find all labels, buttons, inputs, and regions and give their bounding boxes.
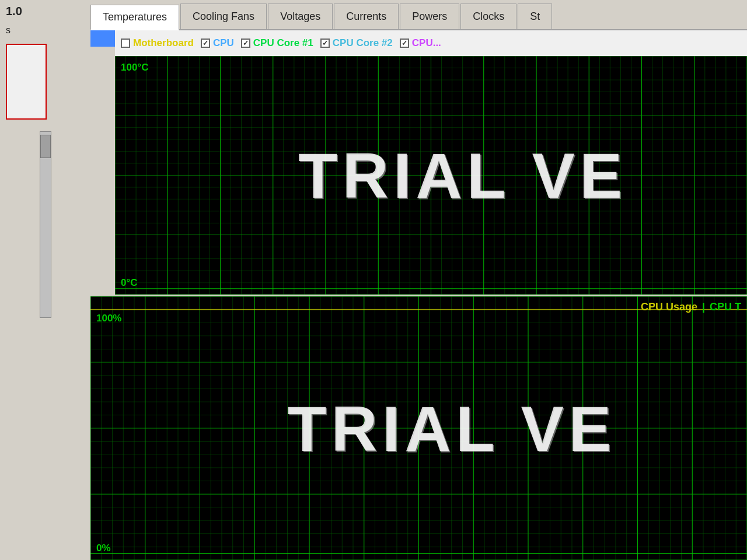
chart1-min-label: 0°C — [121, 277, 138, 289]
chart1-max-label: 100°C — [121, 62, 148, 74]
chart1-wrapper: Motherboard CPU CPU Core #1 — [115, 30, 747, 295]
chart2-min-label: 0% — [96, 542, 111, 554]
scrollbar-thumb[interactable] — [40, 135, 51, 158]
tab-temperatures[interactable]: Temperatures — [90, 5, 179, 30]
tab-currents[interactable]: Currents — [334, 4, 399, 29]
legend-cpu-extra[interactable]: CPU... — [400, 37, 441, 49]
cpu-extra-checkbox[interactable] — [400, 38, 409, 48]
chart2-max-label: 100% — [96, 313, 121, 324]
cpu-checkbox[interactable] — [201, 38, 210, 48]
tab-voltages[interactable]: Voltages — [268, 4, 333, 29]
charts-area: Motherboard CPU CPU Core #1 — [90, 30, 747, 560]
chart2-legend-usage: CPU Usage — [641, 301, 697, 313]
tab-clocks[interactable]: Clocks — [460, 4, 516, 29]
tab-st[interactable]: St — [518, 4, 552, 29]
chart2-grid: CPU Usage | CPU T 100% 0% TRIAL VE — [90, 296, 747, 561]
tab-powers[interactable]: Powers — [400, 4, 459, 29]
chart2-legend-cput: CPU T — [710, 301, 741, 313]
legend-cpu-core2[interactable]: CPU Core #2 — [320, 37, 393, 49]
cpu-core1-checkbox[interactable] — [241, 38, 250, 48]
chart2-canvas — [90, 296, 747, 561]
tab-bar: Temperatures Cooling Fans Voltages Curre… — [90, 0, 747, 30]
sidebar-scrollbar[interactable] — [40, 131, 51, 318]
sidebar: 1.0 s — [0, 0, 90, 560]
main-content: Temperatures Cooling Fans Voltages Curre… — [90, 0, 747, 560]
sidebar-red-box — [6, 44, 47, 120]
motherboard-checkbox[interactable] — [121, 38, 130, 48]
chart2-legend: CPU Usage | CPU T — [641, 301, 741, 313]
chart1-grid: 100°C 0°C TRIAL VE — [115, 56, 747, 295]
chart2-wrapper: CPU Usage | CPU T 100% 0% TRIAL VE — [90, 296, 747, 561]
version-label: 1.0 — [0, 0, 90, 23]
chart2-legend-sep: | — [702, 301, 705, 313]
cpu-core2-checkbox[interactable] — [320, 38, 330, 48]
chart1-blue-indicator — [90, 30, 115, 47]
chart1-legend: Motherboard CPU CPU Core #1 — [115, 30, 747, 56]
legend-cpu-core1[interactable]: CPU Core #1 — [241, 37, 313, 49]
sidebar-s-label: s — [0, 23, 90, 38]
tab-cooling-fans[interactable]: Cooling Fans — [180, 4, 267, 29]
legend-motherboard[interactable]: Motherboard — [121, 37, 194, 49]
legend-cpu[interactable]: CPU — [201, 37, 234, 49]
chart1-canvas — [115, 56, 747, 295]
